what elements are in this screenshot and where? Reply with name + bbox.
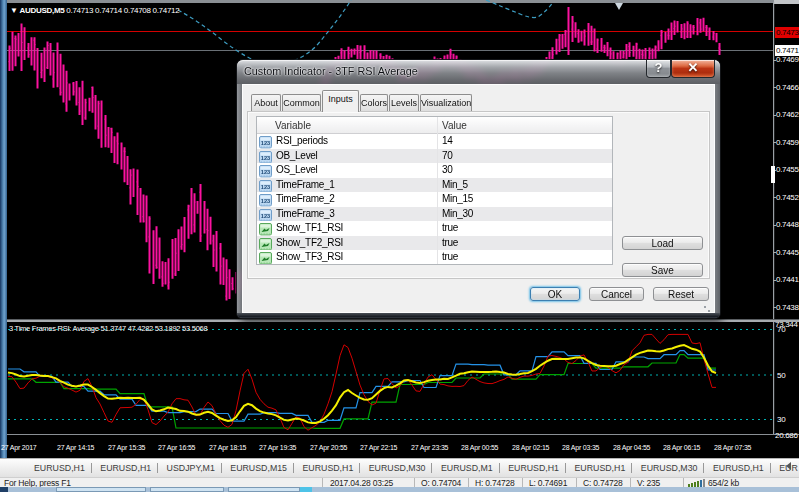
svg-text:123: 123 [261,212,270,218]
svg-text:123: 123 [261,154,270,160]
svg-text:123: 123 [261,140,270,146]
svg-text:123: 123 [261,183,270,189]
svg-text:123: 123 [261,169,270,175]
svg-text:123: 123 [261,198,270,204]
